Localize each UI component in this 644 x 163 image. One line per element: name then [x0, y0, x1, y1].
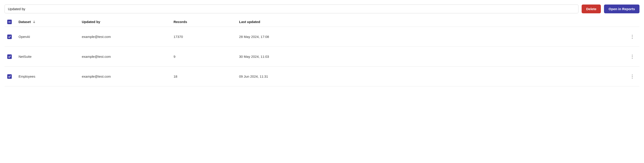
header-updated-by[interactable]: Updated by — [82, 20, 174, 24]
cell-last-updated: 30 May 2024, 11:03 — [239, 55, 628, 58]
row-actions-button[interactable] — [630, 53, 634, 60]
select-all-checkbox[interactable] — [7, 20, 12, 24]
cell-records: 18 — [174, 74, 239, 78]
datasets-table: Dataset Updated by Records Last updated — [4, 17, 640, 86]
cell-dataset: Employees — [18, 74, 82, 78]
table-header-row: Dataset Updated by Records Last updated — [4, 17, 640, 27]
check-icon — [8, 35, 11, 38]
header-last-updated-label: Last updated — [239, 20, 260, 24]
cell-updated-by: example@test.com — [82, 74, 174, 78]
svg-point-2 — [632, 36, 632, 37]
toolbar: Delete Open in Reports — [4, 4, 640, 13]
header-records[interactable]: Records — [174, 20, 239, 24]
cell-records: 17370 — [174, 35, 239, 39]
svg-point-4 — [632, 55, 632, 55]
arrow-down-icon — [32, 20, 36, 23]
svg-rect-0 — [8, 22, 10, 22]
svg-point-8 — [632, 76, 632, 77]
cell-last-updated: 28 May 2024, 17:08 — [239, 35, 628, 39]
kebab-icon — [632, 55, 633, 59]
delete-button[interactable]: Delete — [582, 4, 601, 13]
svg-point-3 — [632, 38, 632, 39]
cell-dataset: OpenAI — [18, 35, 82, 39]
kebab-icon — [632, 35, 633, 39]
table-row: Employees example@test.com 18 09 Jun 202… — [4, 67, 640, 86]
table-row: OpenAI example@test.com 17370 28 May 202… — [4, 27, 640, 47]
kebab-icon — [632, 74, 633, 79]
cell-dataset: NetSuite — [18, 55, 82, 58]
svg-point-1 — [632, 35, 632, 35]
cell-last-updated: 09 Jun 2024, 11:31 — [239, 74, 628, 78]
header-last-updated[interactable]: Last updated — [239, 20, 628, 24]
header-updated-by-label: Updated by — [82, 20, 100, 24]
table-row: NetSuite example@test.com 9 30 May 2024,… — [4, 47, 640, 67]
indeterminate-icon — [8, 20, 11, 23]
svg-point-5 — [632, 56, 632, 57]
row-checkbox[interactable] — [7, 54, 12, 59]
header-dataset-label: Dataset — [18, 20, 31, 24]
header-dataset[interactable]: Dataset — [18, 20, 82, 24]
row-checkbox[interactable] — [7, 74, 12, 79]
svg-point-6 — [632, 58, 632, 58]
search-input[interactable] — [4, 4, 578, 13]
svg-point-7 — [632, 74, 632, 75]
check-icon — [8, 75, 11, 78]
check-icon — [8, 55, 11, 58]
open-in-reports-button[interactable]: Open in Reports — [604, 4, 640, 13]
cell-records: 9 — [174, 55, 239, 58]
row-checkbox[interactable] — [7, 34, 12, 39]
row-actions-button[interactable] — [630, 33, 634, 40]
cell-updated-by: example@test.com — [82, 35, 174, 39]
header-records-label: Records — [174, 20, 187, 24]
row-actions-button[interactable] — [630, 73, 634, 80]
cell-updated-by: example@test.com — [82, 55, 174, 58]
svg-point-9 — [632, 78, 632, 78]
